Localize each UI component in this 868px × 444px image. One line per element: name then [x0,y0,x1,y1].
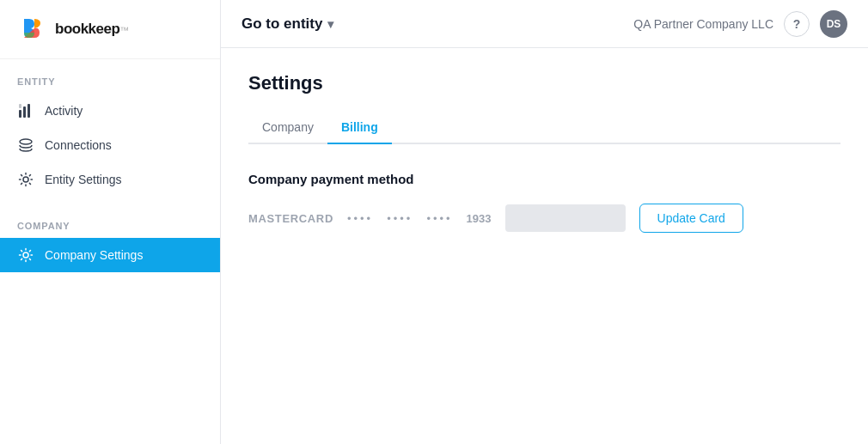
svg-point-5 [23,177,28,182]
avatar[interactable]: DS [820,10,847,38]
top-header: Go to entity ▾ QA Partner Company LLC ? … [221,0,868,48]
svg-rect-3 [19,104,21,108]
card-last4: 1933 [467,212,492,225]
sidebar: bookkeep™ ENTITY Activity [0,0,221,444]
card-dots-1: •••• [347,212,373,225]
activity-label: Activity [45,104,83,118]
connections-label: Connections [45,138,112,152]
logo-text-area: bookkeep™ [55,21,129,38]
sidebar-item-connections[interactable]: Connections [0,128,220,162]
logo-area: bookkeep™ [0,0,220,59]
section-title: Company payment method [248,172,840,186]
svg-point-4 [20,139,32,144]
entity-settings-label: Entity Settings [45,173,122,186]
avatar-initials: DS [827,18,841,30]
page-title: Settings [248,72,840,94]
go-to-entity-button[interactable]: Go to entity ▾ [241,15,333,33]
entity-section: ENTITY Activity Connections [0,59,220,204]
card-brand: MASTERCARD [248,212,333,225]
tab-company[interactable]: Company [248,112,327,144]
page-content: Settings Company Billing Company payment… [221,48,868,444]
help-button[interactable]: ? [784,11,810,37]
sidebar-item-entity-settings[interactable]: Entity Settings [0,162,220,197]
svg-rect-2 [28,104,30,118]
company-settings-label: Company Settings [45,248,143,262]
bookkeep-logo-icon [17,14,48,45]
company-name-label: QA Partner Company LLC [633,17,773,31]
svg-point-6 [23,252,28,258]
payment-row: MASTERCARD •••• •••• •••• 1933 Update Ca… [248,204,840,233]
chevron-down-icon: ▾ [327,17,333,31]
card-dots-3: •••• [426,212,452,225]
company-section: COMPANY Company Settings [0,204,220,279]
sidebar-item-company-settings[interactable]: Company Settings [0,238,220,272]
svg-rect-0 [19,110,21,118]
billing-section: Company payment method MASTERCARD •••• •… [248,172,840,233]
layers-icon [17,137,34,154]
card-dots-2: •••• [387,212,413,225]
card-image [505,204,626,232]
tab-billing[interactable]: Billing [327,112,392,144]
logo-trademark: ™ [119,25,129,35]
question-mark-icon: ? [793,17,801,31]
go-to-entity-label: Go to entity [241,15,322,33]
tabs: Company Billing [248,112,840,144]
sidebar-item-activity[interactable]: Activity [0,94,220,128]
settings-icon [17,246,34,264]
svg-rect-1 [23,106,26,118]
gear-icon [17,171,34,188]
update-card-button[interactable]: Update Card [639,204,743,233]
entity-section-label: ENTITY [0,76,220,94]
company-section-label: COMPANY [0,221,220,238]
header-right: QA Partner Company LLC ? DS [633,10,847,38]
logo-wordmark: bookkeep™ [55,21,129,38]
main-content: Go to entity ▾ QA Partner Company LLC ? … [221,0,868,444]
chart-icon [17,102,34,119]
